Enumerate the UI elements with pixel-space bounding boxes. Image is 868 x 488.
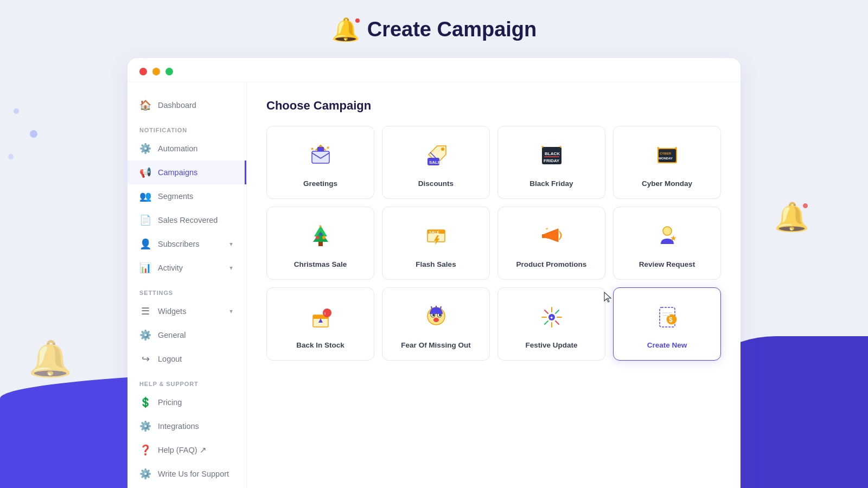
svg-line-55 bbox=[545, 310, 548, 313]
close-button[interactable] bbox=[139, 68, 147, 75]
svg-line-58 bbox=[545, 321, 548, 324]
chevron-down-icon: ▾ bbox=[229, 240, 233, 248]
campaigns-icon: 📢 bbox=[139, 166, 151, 178]
sidebar-item-write-review[interactable]: ❤️ Write a Review bbox=[127, 486, 246, 488]
back-in-stock-label: Back In Stock bbox=[296, 341, 344, 349]
svg-rect-23 bbox=[318, 242, 323, 246]
svg-point-45 bbox=[439, 314, 441, 316]
campaign-grid: ★ ★ Greetings bbox=[266, 126, 721, 361]
sidebar-item-widgets[interactable]: ☰ Widgets ▾ bbox=[127, 299, 246, 323]
sidebar-item-activity[interactable]: 📊 Activity ▾ bbox=[127, 256, 246, 280]
svg-text:★: ★ bbox=[541, 145, 544, 149]
campaign-card-black-friday[interactable]: BLACK FRIDAY ★ ★ Black Friday bbox=[497, 126, 605, 199]
greetings-label: Greetings bbox=[303, 179, 337, 188]
sidebar-item-general[interactable]: ⚙️ General bbox=[127, 323, 246, 347]
sidebar-label-pricing: Pricing bbox=[158, 398, 182, 407]
campaign-card-festive-update[interactable]: ✦ Festive Update bbox=[497, 287, 605, 361]
sidebar-label-integrations: Integrations bbox=[158, 422, 199, 431]
sidebar-item-integrations[interactable]: ⚙️ Integrations bbox=[127, 414, 246, 438]
app-window: 🏠 Dashboard NOTIFICATION ⚙️ Automation 📢… bbox=[127, 58, 741, 488]
svg-text:BLACK: BLACK bbox=[545, 151, 560, 156]
logout-icon: ↪ bbox=[139, 353, 151, 365]
sidebar-label-write-support: Write Us for Support bbox=[158, 470, 229, 478]
bell-notification-dot bbox=[802, 202, 809, 209]
svg-text:★: ★ bbox=[310, 146, 314, 151]
svg-line-49 bbox=[441, 306, 441, 309]
page-title: Create Campaign bbox=[367, 18, 537, 41]
christmas-sale-icon: ★ bbox=[307, 222, 335, 254]
create-new-icon: $ bbox=[653, 303, 681, 335]
maximize-button[interactable] bbox=[165, 68, 173, 75]
campaign-card-fear-of-missing-out[interactable]: Fear Of Missing Out bbox=[382, 287, 490, 361]
product-promotions-label: Product Promotions bbox=[516, 260, 587, 268]
sidebar-label-activity: Activity bbox=[158, 264, 183, 272]
sidebar-label-sales-recovered: Sales Recovered bbox=[158, 216, 218, 224]
minimize-button[interactable] bbox=[152, 68, 160, 75]
flash-sales-label: Flash Sales bbox=[416, 260, 456, 268]
page-header: 🔔 Create Campaign bbox=[331, 16, 537, 43]
flash-sales-icon: SALE bbox=[422, 222, 450, 254]
svg-text:SALE: SALE bbox=[429, 230, 439, 234]
svg-text:SALE: SALE bbox=[429, 160, 441, 165]
integrations-icon: ⚙️ bbox=[139, 420, 151, 432]
main-layout: 🏠 Dashboard NOTIFICATION ⚙️ Automation 📢… bbox=[127, 82, 741, 488]
sidebar-label-widgets: Widgets bbox=[158, 307, 186, 316]
sidebar-item-campaigns[interactable]: 📢 Campaigns bbox=[127, 160, 246, 184]
campaign-card-back-in-stock[interactable]: ! Back In Stock bbox=[266, 287, 374, 361]
sidebar-item-segments[interactable]: 👥 Segments bbox=[127, 184, 246, 208]
right-decorative-bell: 🔔 bbox=[774, 201, 809, 234]
campaign-card-discounts[interactable]: SALE Discounts bbox=[382, 126, 490, 199]
sidebar-item-automation[interactable]: ⚙️ Automation bbox=[127, 137, 246, 160]
automation-icon: ⚙️ bbox=[139, 143, 151, 155]
header-bell-container: 🔔 bbox=[331, 16, 360, 43]
svg-rect-16 bbox=[659, 149, 676, 162]
sidebar-item-sales-recovered[interactable]: 📄 Sales Recovered bbox=[127, 208, 246, 232]
svg-text:!: ! bbox=[324, 312, 326, 316]
sidebar-item-help-faq[interactable]: ❓ Help (FAQ) ↗ bbox=[127, 438, 246, 462]
svg-text:★: ★ bbox=[670, 234, 677, 242]
festive-update-icon: ✦ bbox=[538, 303, 566, 335]
sidebar-label-campaigns: Campaigns bbox=[158, 168, 197, 177]
festive-update-label: Festive Update bbox=[525, 341, 577, 349]
black-friday-label: Black Friday bbox=[529, 179, 573, 188]
greetings-icon: ★ ★ bbox=[307, 142, 335, 173]
campaign-card-create-new[interactable]: $ Create New bbox=[613, 287, 721, 361]
campaign-card-christmas-sale[interactable]: ★ Christmas Sale bbox=[266, 207, 374, 280]
review-request-label: Review Request bbox=[639, 260, 695, 268]
campaign-card-review-request[interactable]: ★ Review Request bbox=[613, 207, 721, 280]
svg-point-46 bbox=[433, 318, 439, 322]
segments-icon: 👥 bbox=[139, 190, 151, 202]
chevron-down-icon-widgets: ▾ bbox=[229, 307, 233, 315]
sidebar-item-dashboard[interactable]: 🏠 Dashboard bbox=[127, 93, 246, 117]
sidebar-label-general: General bbox=[158, 331, 186, 339]
svg-text:FRIDAY: FRIDAY bbox=[544, 158, 560, 163]
sidebar-item-logout[interactable]: ↪ Logout bbox=[127, 347, 246, 371]
cyber-monday-label: Cyber Monday bbox=[642, 179, 692, 188]
chevron-down-icon-activity: ▾ bbox=[229, 264, 233, 272]
campaign-card-product-promotions[interactable]: ★ Product Promotions bbox=[497, 207, 605, 280]
header-bell-dot bbox=[354, 17, 361, 24]
svg-text:MONDAY: MONDAY bbox=[659, 157, 673, 160]
pricing-icon: 💲 bbox=[139, 396, 151, 408]
sidebar-section-help: HELP & SUPPORT bbox=[127, 371, 246, 390]
sidebar-item-subscribers[interactable]: 👤 Subscribers ▾ bbox=[127, 232, 246, 256]
campaign-card-flash-sales[interactable]: SALE Flash Sales bbox=[382, 207, 490, 280]
svg-line-47 bbox=[431, 306, 432, 309]
svg-text:★: ★ bbox=[559, 145, 562, 149]
sidebar-section-notification: NOTIFICATION bbox=[127, 117, 246, 137]
sidebar-item-pricing[interactable]: 💲 Pricing bbox=[127, 390, 246, 414]
svg-line-56 bbox=[556, 321, 559, 324]
svg-text:★: ★ bbox=[656, 146, 660, 150]
svg-point-27 bbox=[319, 233, 322, 236]
christmas-sale-label: Christmas Sale bbox=[294, 260, 347, 268]
campaign-card-cyber-monday[interactable]: CYBER MONDAY ★ ★ Cyber Monday bbox=[613, 126, 721, 199]
title-bar bbox=[127, 58, 741, 82]
create-new-label: Create New bbox=[647, 341, 687, 349]
fear-of-missing-out-label: Fear Of Missing Out bbox=[401, 341, 470, 349]
svg-text:★: ★ bbox=[545, 227, 548, 230]
campaign-card-greetings[interactable]: ★ ★ Greetings bbox=[266, 126, 374, 199]
sidebar-label-segments: Segments bbox=[158, 192, 193, 201]
svg-line-57 bbox=[556, 310, 559, 313]
sidebar-item-write-support[interactable]: ⚙️ Write Us for Support bbox=[127, 462, 246, 486]
svg-rect-2 bbox=[317, 147, 324, 151]
